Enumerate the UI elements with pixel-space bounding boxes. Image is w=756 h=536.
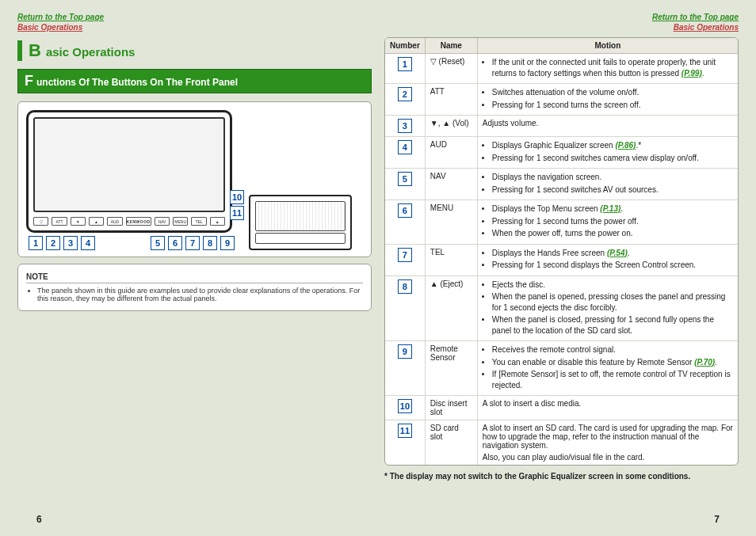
brand-label: KENWOOD [126,217,151,226]
motion-item: Receives the remote control signal. [492,344,733,355]
side-callout-column: 1011 [230,190,244,220]
row-motion: Ejects the disc.When the panel is opened… [477,276,738,341]
motion-item: You can enable or disable this feature b… [492,357,733,368]
table-row: 11SD card slotA slot to insert an SD car… [385,420,738,466]
row-name: ▼, ▲ (Vol) [425,116,477,137]
top-link-bar-left: Return to the Top page Basic Operations [17,13,372,32]
motion-item: Switches attenuation of the volume on/of… [492,87,733,98]
return-top-link-r[interactable]: Return to the Top page [652,13,739,21]
note-card: NOTE The panels shown in this guide are … [17,264,372,311]
row-name: Remote Sensor [425,341,477,396]
row-name: NAV [425,169,477,200]
th-name: Name [425,38,477,54]
front-device-illustration: ▽ATT▼▲AUDKENWOODNAVMENUTEL▲ [26,110,232,233]
row-motion: A slot to insert a disc media. [477,396,738,420]
motion-item: Pressing for 1 second displays the Scree… [492,260,733,271]
row-number-10: 10 [398,399,412,413]
front-button-row: ▽ATT▼▲AUDKENWOODNAVMENUTEL▲ [33,217,225,226]
callout-10: 10 [230,190,244,204]
table-row: 7TELDisplays the Hands Free screen (P.54… [385,244,738,276]
motion-item: If the unit or the connected unit fails … [492,57,733,78]
row-name: ATT [425,84,477,116]
row-motion: If the unit or the connected unit fails … [477,54,738,84]
page-number-left: 6 [36,514,42,525]
row-number-6: 6 [398,203,412,218]
row-motion: Receives the remote control signal.You c… [477,341,738,396]
th-motion: Motion [477,38,738,54]
row-name: MENU [425,200,477,245]
row-name: ▽ (Reset) [425,54,477,84]
row-motion: Switches attenuation of the volume on/of… [477,84,738,116]
row-number-5: 5 [398,172,412,186]
row-motion: Displays the Hands Free screen (P.54).Pr… [477,244,738,276]
callout-3: 3 [63,236,78,250]
motion-item: Displays Graphic Equalizer screen (P.86)… [492,140,733,151]
side-device-illustration [249,195,352,250]
row-number-4: 4 [398,140,412,154]
front-screen [33,117,225,212]
row-name: AUD [425,137,477,169]
front-hw-button: ▲ [89,217,104,226]
front-hw-button: ▼ [71,217,86,226]
top-link-bar-right: Return to the Top page Basic Operations [384,13,739,32]
callout-11: 11 [230,206,244,220]
callout-9: 9 [220,236,235,250]
section-title-rest: asic Operations [46,45,136,59]
note-title: NOTE [26,272,363,283]
front-hw-button: ATT [52,217,67,226]
front-hw-button: TEL [191,217,206,226]
row-number-3: 3 [398,119,412,133]
table-row: 5NAVDisplays the navigation screen.Press… [385,169,738,200]
basic-ops-link-r[interactable]: Basic Operations [674,23,739,32]
front-hw-button: ▽ [33,217,48,226]
th-number: Number [385,38,425,54]
row-motion: Displays the navigation screen.Pressing … [477,169,738,200]
row-name: Disc insert slot [425,396,477,420]
buttons-table: Number Name Motion 1▽ (Reset)If the unit… [385,38,738,465]
left-callout-row: 1234 [29,236,95,250]
motion-item: Ejects the disc. [492,279,733,291]
subsection-rest: unctions Of The Buttons On The Front Pan… [36,77,238,88]
row-number-9: 9 [398,344,412,359]
motion-item: Displays the Hands Free screen (P.54). [492,248,733,259]
table-row: 10Disc insert slotA slot to insert a dis… [385,396,738,420]
front-hw-button: AUD [107,217,122,226]
callout-1: 1 [29,236,43,250]
row-motion: Displays Graphic Equalizer screen (P.86)… [477,137,738,169]
motion-item: Pressing for 1 second switches camera vi… [492,153,733,164]
side-device-wrap: 1011 [249,195,352,250]
row-motion: A slot to insert an SD card. The card is… [477,420,738,466]
page-ref-link[interactable]: (P.70) [694,358,715,367]
section-title-initial: B [29,40,41,61]
front-hw-button: MENU [173,217,188,226]
motion-item: Displays the Top Menu screen (P.13). [492,203,733,215]
illustration-card: ▽ATT▼▲AUDKENWOODNAVMENUTEL▲ 1234 56789 1… [17,101,372,257]
page-ref-link[interactable]: (P.86) [615,141,636,150]
motion-item: Pressing for 1 second switches AV out so… [492,184,733,196]
callout-5: 5 [151,236,165,250]
page-ref-link[interactable]: (P.99) [682,69,702,78]
callout-6: 6 [168,236,182,250]
table-card: Number Name Motion 1▽ (Reset)If the unit… [384,37,739,466]
front-hw-button: ▲ [210,217,225,226]
page-ref-link[interactable]: (P.54) [607,249,628,257]
table-body: 1▽ (Reset)If the unit or the connected u… [385,54,738,466]
table-row: 3▼, ▲ (Vol)Adjusts volume. [385,116,738,137]
basic-ops-link[interactable]: Basic Operations [17,23,82,32]
subsection-initial: F [25,73,33,89]
row-motion: Adjusts volume. [477,116,738,137]
page-number-right: 7 [714,514,720,525]
row-number-2: 2 [398,87,412,101]
callout-4: 4 [81,236,95,250]
motion-item: Pressing for 1 second turns the power of… [492,216,733,227]
return-top-link[interactable]: Return to the Top page [17,13,104,21]
footnote: * The display may not switch to the Grap… [384,472,739,481]
note-item: The panels shown in this guide are examp… [37,287,363,302]
front-device-wrap: ▽ATT▼▲AUDKENWOODNAVMENUTEL▲ 1234 56789 [26,110,235,250]
row-number-7: 7 [398,248,412,262]
note-list: The panels shown in this guide are examp… [26,287,363,302]
table-row: 9Remote SensorReceives the remote contro… [385,341,738,396]
page-ref-link[interactable]: (P.13) [600,204,620,213]
right-callout-row: 56789 [151,236,235,250]
subsection-title-bar: Functions Of The Buttons On The Front Pa… [17,69,372,93]
